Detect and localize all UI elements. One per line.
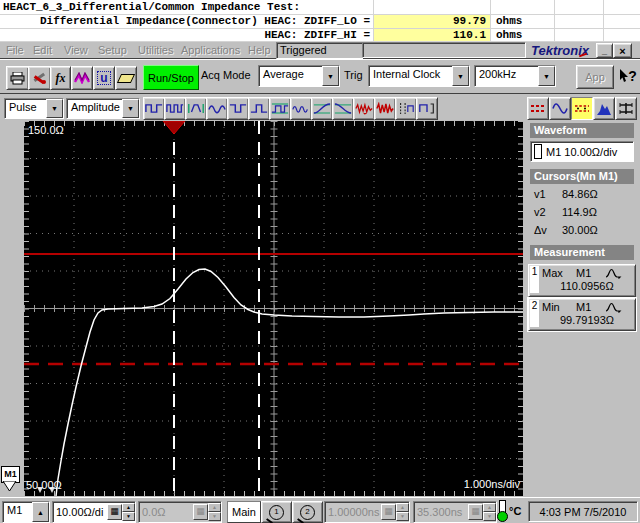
close-button[interactable]: ×	[613, 43, 632, 58]
peak-icon	[605, 302, 623, 313]
peak-icon	[605, 268, 623, 279]
horizontal-position-value: 35.300ns	[414, 506, 468, 518]
channel-select[interactable]: M1 ▲	[2, 501, 50, 523]
cursors-button[interactable]	[527, 97, 549, 120]
chevron-up-icon: ▲	[37, 509, 44, 516]
signal-type-select[interactable]: Pulse ▼	[4, 98, 64, 119]
zdiff-lo-value: 99.79	[374, 14, 486, 28]
main-timebase-button[interactable]: Main	[227, 501, 261, 523]
measurement-2-box[interactable]: 2 Min M1 99.79193Ω	[528, 298, 636, 331]
trigger-marker-icon[interactable]	[163, 121, 185, 134]
formula-button[interactable]: fx	[50, 66, 71, 90]
meas-rise-time-button[interactable]	[311, 97, 333, 120]
signal-type-value: Pulse	[5, 99, 46, 118]
meas-low-button[interactable]	[248, 97, 270, 120]
zdiff-hi-label: HEAC: ZDIFF_HI =	[0, 28, 370, 42]
meas-high-button[interactable]	[227, 97, 249, 120]
spin-up-icon: ▲	[396, 503, 409, 512]
meas-gated-button[interactable]	[416, 97, 438, 120]
waveform-edit-icon	[74, 72, 90, 84]
minimize-button[interactable]: _	[596, 43, 613, 58]
thermometer-icon	[499, 500, 508, 522]
meas-pos-width-button[interactable]	[185, 97, 207, 120]
burst-icon	[208, 102, 226, 115]
vertical-scale-spinner[interactable]: ▲ ▼	[122, 503, 135, 521]
trigger-status: Triggered	[276, 42, 363, 59]
print-button[interactable]	[6, 66, 29, 90]
frequency-icon	[166, 102, 184, 115]
chevron-down-icon: ▼	[457, 73, 464, 80]
eye-diagram-button[interactable]	[615, 97, 637, 120]
trigger-freq-select[interactable]: 200kHz ▼	[474, 65, 556, 87]
waveform-display-button[interactable]	[549, 97, 571, 120]
define-waveform-button[interactable]	[71, 66, 93, 90]
vertical-scale-field[interactable]: 10.00Ω/di ▦ ▲ ▼	[52, 501, 136, 523]
horizontal-scale-spinner: ▲ ▼	[396, 503, 409, 521]
keypad-icon: ▦	[468, 504, 483, 520]
formula-icon: fx	[56, 71, 66, 86]
measurement-2-value: 99.79193Ω	[543, 314, 631, 326]
units-button[interactable]: u	[93, 66, 115, 90]
histogram-icon	[596, 102, 612, 115]
zdiff-lo-label: Differential Impedance(Connector) HEAC: …	[0, 14, 370, 28]
keypad-icon: ▦	[381, 504, 396, 520]
waveform-scale-box[interactable]: M1 10.00Ω/div	[530, 141, 634, 162]
meas-gain-button[interactable]	[395, 97, 417, 120]
cursor-arrow-icon	[619, 69, 628, 83]
measurement-1-source: M1	[576, 267, 591, 279]
report-title: HEACT_6_3_Differential/Common Impedance …	[3, 0, 300, 14]
clock-display: 4:03 PM 7/5/2010	[528, 501, 638, 522]
menu-edit: Edit	[33, 44, 52, 56]
meas-burst-button[interactable]	[206, 97, 228, 120]
meas-period-button[interactable]	[143, 97, 165, 120]
annotations-button[interactable]	[571, 97, 593, 120]
chevron-down-icon: ▼	[543, 73, 550, 80]
vertical-scale-value: 10.00Ω/di	[53, 506, 107, 518]
spin-down-icon: ▼	[208, 512, 221, 521]
vertical-offset-value: 0.0Ω	[139, 506, 193, 518]
spin-down-icon: ▼	[483, 512, 496, 521]
measure-category-value: Amplitude	[67, 99, 122, 118]
menu-bar: File Edit View Setup Utilities Applicati…	[0, 42, 640, 59]
trigger-source-value: Internal Clock	[369, 66, 452, 86]
clear-button[interactable]	[115, 66, 137, 90]
eye-diagram-icon	[618, 102, 634, 115]
eraser-icon	[117, 74, 135, 83]
spin-up-icon[interactable]: ▲	[122, 503, 135, 512]
low-level-icon	[250, 102, 268, 115]
acq-mode-select[interactable]: Average ▼	[258, 65, 340, 87]
meas-fall-time-button[interactable]	[332, 97, 354, 120]
cursors-icon	[530, 102, 546, 115]
toolbar-measure: Pulse ▼ Amplitude ▼	[0, 93, 640, 121]
trigger-source-select[interactable]: Internal Clock ▼	[368, 65, 470, 87]
measurement-1-box[interactable]: 1 Max M1 110.0956Ω	[528, 264, 636, 297]
meas-jitter-button[interactable]	[353, 97, 375, 120]
spin-up-icon: ▲	[483, 503, 496, 512]
keypad-icon[interactable]: ▦	[107, 504, 122, 520]
zoom1-button[interactable]: 1	[261, 501, 292, 523]
meas-frequency-button[interactable]	[164, 97, 186, 120]
meas-cycle-button[interactable]	[290, 97, 312, 120]
sheet-gridline	[554, 0, 555, 42]
menu-view: View	[64, 44, 88, 56]
run-stop-button[interactable]: Run/Stop	[143, 65, 199, 90]
horizontal-scale-field: 1.00000ns ▦ ▲ ▼	[324, 501, 410, 523]
tools-button[interactable]	[28, 66, 51, 90]
acq-mode-label: Acq Mode	[201, 69, 251, 81]
histogram-button[interactable]	[593, 97, 615, 120]
context-help-button[interactable]: ?	[617, 64, 639, 88]
meas-noise-button[interactable]	[374, 97, 396, 120]
spin-down-icon[interactable]: ▼	[122, 512, 135, 521]
annotations-icon	[574, 102, 590, 115]
question-icon: ?	[628, 68, 637, 84]
menu-file: File	[6, 44, 24, 56]
pos-width-icon	[187, 102, 205, 115]
channel-marker-arrow-icon[interactable]	[0, 481, 19, 493]
cursor-v1-label: v1	[534, 188, 546, 200]
zoom2-button[interactable]: 2	[292, 501, 323, 523]
sheet-gridline	[490, 0, 491, 42]
measurement-1-type: Max	[542, 267, 563, 279]
measurement-1-index: 1	[530, 266, 539, 293]
measure-category-select[interactable]: Amplitude ▼	[66, 98, 140, 119]
meas-amplitude-button[interactable]	[269, 97, 291, 120]
